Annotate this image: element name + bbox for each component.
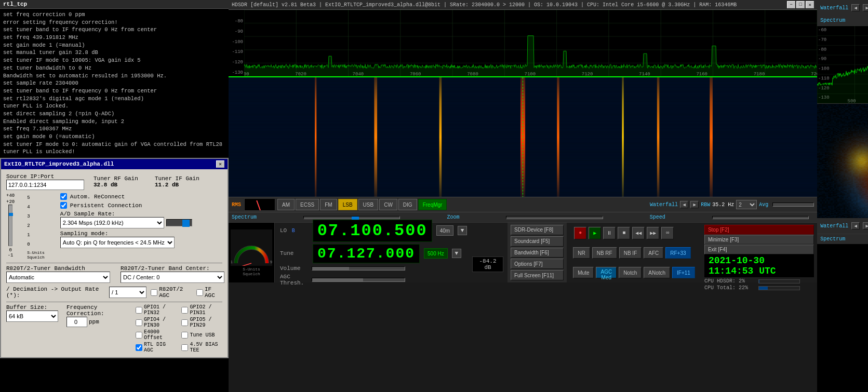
rtl-terminal-window: rtl_tcp set freq correction 0 ppm error … bbox=[0, 0, 229, 158]
rf-spectrum-display: RF -9 dBFS -80 -90 -100 -110 -120 -130 bbox=[229, 10, 817, 77]
terminal-line-18: tuner PLL is unlocked! bbox=[3, 148, 225, 156]
rbw-select[interactable]: 1 2 4 8 bbox=[736, 200, 757, 209]
stop-btn[interactable]: Stop [F2] bbox=[704, 225, 814, 235]
af-waterfall-prev[interactable]: ◀ bbox=[851, 4, 860, 11]
rtl-terminal: set freq correction 0 ppm error setting … bbox=[0, 9, 229, 158]
play-btn[interactable]: ▶ bbox=[589, 227, 601, 239]
if-agc-checkbox[interactable] bbox=[196, 289, 203, 296]
gpio4-pin30-checkbox[interactable] bbox=[136, 319, 142, 326]
af-btm-next[interactable]: ▶ bbox=[863, 222, 868, 229]
rewind-btn[interactable]: ◀◀ bbox=[632, 227, 645, 239]
anotch-btn[interactable]: ANotch bbox=[644, 267, 670, 278]
rtl-dig-agc-checkbox[interactable] bbox=[136, 344, 142, 351]
mode-fm-btn[interactable]: FM bbox=[320, 199, 337, 210]
tuner-rf-gain-value: 32.8 dB bbox=[94, 182, 145, 188]
lo-freq-display[interactable]: 07.100.500 bbox=[313, 220, 432, 242]
buffer-size-select[interactable]: 64 kB bbox=[6, 310, 58, 322]
hdsdr-minimize-btn[interactable]: − bbox=[787, 1, 795, 8]
file-buttons-panel: Stop [F2] Minimize [F3] Exit [F4] 2021-1… bbox=[701, 223, 817, 282]
full-screen-btn[interactable]: Full Screen [F11] bbox=[511, 270, 564, 280]
zoom-slider[interactable] bbox=[506, 216, 603, 219]
mode-usb-btn[interactable]: USB bbox=[358, 199, 379, 210]
minimize-btn[interactable]: Minimize [F3] bbox=[704, 235, 814, 245]
sampling-mode-select[interactable]: Auto Q: pin Q for freqencies < 24.5 MHz bbox=[60, 237, 175, 248]
loop-btn[interactable]: ∞ bbox=[661, 227, 674, 239]
terminal-line-11: set rtl2832's digital agc mode 1 (=enabl… bbox=[3, 95, 225, 103]
sdr-device-btn[interactable]: SDR-Device [F8] bbox=[511, 225, 564, 235]
soundcard-btn[interactable]: Soundcard [F5] bbox=[511, 236, 564, 247]
terminal-line-1: error setting frequency correction! bbox=[3, 19, 225, 26]
freq-mgr-btn[interactable]: FreqMgr bbox=[418, 199, 447, 210]
stop-transport-btn[interactable]: ■ bbox=[618, 227, 630, 239]
cpu-total-bar-fill bbox=[759, 287, 768, 290]
af-waterfall-canvas bbox=[817, 104, 868, 218]
rf-plus33-btn[interactable]: RF+33 bbox=[665, 247, 690, 259]
mute-btn[interactable]: Mute bbox=[573, 267, 594, 278]
lo-band-button[interactable]: 40m bbox=[436, 225, 453, 236]
if-plus11-btn[interactable]: IF+11 bbox=[672, 267, 695, 278]
waterfall-prev-btn[interactable]: ◀ bbox=[680, 201, 688, 208]
nb-if-btn[interactable]: NB IF bbox=[619, 247, 642, 259]
mode-lsb-btn[interactable]: LSB bbox=[338, 199, 357, 210]
afc-btn[interactable]: AFC bbox=[644, 247, 663, 259]
pause-btn[interactable]: ⏸ bbox=[603, 227, 616, 239]
hdsdr-maximize-btn[interactable]: □ bbox=[796, 1, 805, 8]
mode-cw-btn[interactable]: CW bbox=[379, 199, 397, 210]
record-btn[interactable]: ● bbox=[574, 227, 586, 239]
gpio1-pin32-label: GPIO1 / PIN32 bbox=[144, 304, 177, 316]
volume-slider[interactable] bbox=[312, 266, 405, 271]
rbw-ctrl-label: RBW bbox=[701, 202, 710, 208]
speed-slider[interactable] bbox=[712, 216, 809, 219]
waterfall-next-btn[interactable]: ▶ bbox=[690, 201, 699, 208]
source-ip-input[interactable] bbox=[6, 180, 84, 190]
exit-btn[interactable]: Exit [F4] bbox=[704, 245, 814, 254]
bias-tee-checkbox[interactable] bbox=[181, 344, 188, 351]
spectrum-canvas bbox=[244, 10, 817, 76]
options-btn[interactable]: Options [F7] bbox=[511, 259, 564, 269]
gpio1-pin32-checkbox[interactable] bbox=[136, 307, 142, 314]
r820t-agc-checkbox[interactable] bbox=[151, 289, 157, 296]
waterfall-canvas bbox=[229, 77, 817, 197]
bandwidth-btn[interactable]: Bandwidth [F6] bbox=[511, 248, 564, 258]
nb-rf-btn[interactable]: NB RF bbox=[592, 247, 617, 259]
lo-dropdown-btn[interactable]: ▼ bbox=[458, 226, 467, 235]
r820t-bandwidth-select[interactable]: Automatic bbox=[6, 272, 110, 283]
hdsdr-close-btn[interactable]: ✕ bbox=[806, 1, 814, 8]
decimation-select[interactable]: / 1 bbox=[109, 287, 146, 298]
gpio2-pin31-checkbox[interactable] bbox=[181, 307, 188, 314]
tune-hz-button[interactable]: 500 Hz bbox=[424, 248, 448, 259]
tune-usb-checkbox[interactable] bbox=[181, 332, 188, 339]
forward-btn[interactable]: ▶▶ bbox=[647, 227, 659, 239]
terminal-line-2: set tuner band to IF frequency 0 Hz from… bbox=[3, 26, 225, 34]
db-tick-120: -120 bbox=[229, 60, 244, 65]
e4000-offset-checkbox[interactable] bbox=[136, 332, 142, 339]
agc-med-btn[interactable]: AGC Med bbox=[596, 267, 617, 278]
mode-am-btn[interactable]: AM bbox=[277, 199, 295, 210]
af-waterfall-display[interactable] bbox=[817, 104, 868, 218]
tune-dropdown-btn[interactable]: ▼ bbox=[452, 249, 461, 258]
terminal-line-12: tuner PLL is locked. bbox=[3, 102, 225, 110]
db-tick-130: -130 bbox=[229, 70, 244, 75]
extio-close-button[interactable]: ✕ bbox=[216, 160, 224, 168]
mode-dig-btn[interactable]: DIG bbox=[398, 199, 417, 210]
freq-correction-input[interactable] bbox=[66, 317, 87, 327]
af-btm-prev[interactable]: ◀ bbox=[851, 222, 860, 229]
persistent-connection-checkbox[interactable] bbox=[60, 202, 67, 209]
gpio5-pin29-checkbox[interactable] bbox=[181, 319, 188, 326]
vfo-controls: LO B 07.100.500 40m ▼ Tune 07.127.000 50… bbox=[275, 223, 472, 282]
agc-thresh-slider[interactable] bbox=[312, 278, 405, 282]
spectrum-slider[interactable] bbox=[303, 216, 400, 219]
cpu-hdsdr-label: CPU HDSDR: 2% bbox=[704, 278, 756, 284]
ad-sample-rate-select[interactable]: 2.304 Msps (192.0 kHz) bbox=[60, 217, 164, 228]
cpu-hdsdr-bar-fill bbox=[759, 280, 760, 283]
autom-reconnect-checkbox[interactable] bbox=[60, 193, 67, 200]
r820t-band-center-select[interactable]: DC / Center: 0 bbox=[121, 272, 224, 283]
af-waterfall-next[interactable]: ▶ bbox=[863, 4, 868, 11]
tune-freq-display[interactable]: 07.127.000 bbox=[313, 244, 420, 263]
avg-slider[interactable] bbox=[772, 202, 814, 207]
af-spectrum-display: AF -8 dBFS bbox=[817, 26, 868, 104]
mode-ecss-btn[interactable]: ECSS bbox=[296, 199, 319, 210]
nr-btn[interactable]: NR bbox=[573, 247, 590, 259]
rf-waterfall-display[interactable] bbox=[229, 77, 817, 197]
notch-btn[interactable]: Notch bbox=[619, 267, 642, 278]
